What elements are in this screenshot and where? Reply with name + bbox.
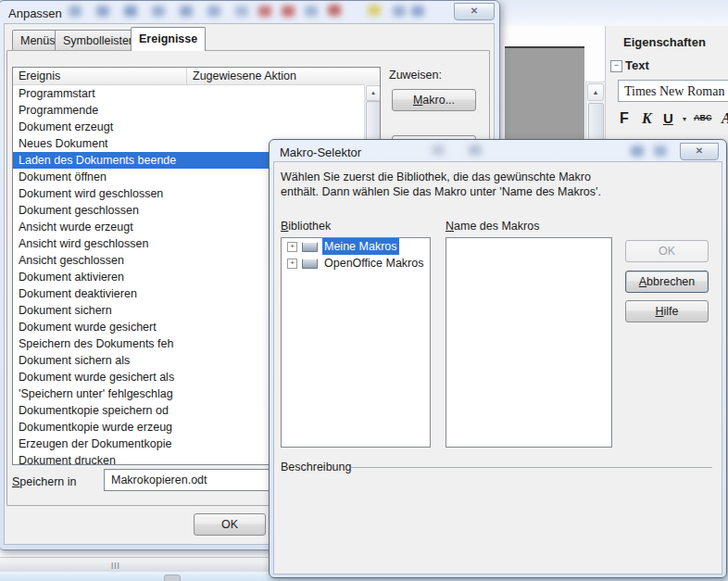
font-color-button[interactable]: A — [722, 110, 728, 127]
blurred-toolbar-icon — [69, 6, 82, 17]
font-name-combobox[interactable]: Times New Roman — [618, 80, 728, 102]
blurred-toolbar-icon — [124, 6, 137, 17]
library-icon — [302, 259, 318, 269]
tree-item-label-selected[interactable]: Meine Makros — [322, 238, 399, 255]
ok-button[interactable]: OK — [194, 513, 266, 536]
scroll-up-icon[interactable]: ▲ — [587, 83, 604, 101]
tree-item-meine-makros[interactable]: + Meine Makros — [282, 238, 430, 255]
column-header-aktion[interactable]: Zugewiesene Aktion — [187, 68, 380, 84]
blurred-toolbar-icon — [96, 6, 109, 17]
close-button[interactable]: ✕ — [454, 3, 495, 20]
expand-icon[interactable]: + — [287, 242, 297, 252]
blurred-toolbar-icon — [328, 5, 341, 16]
expand-icon[interactable]: + — [287, 259, 297, 269]
blurred-toolbar-icon — [180, 6, 193, 17]
sidebar-section-text: Text — [625, 58, 649, 72]
tree-item-openoffice-makros[interactable]: + OpenOffice Makros — [282, 255, 430, 272]
library-tree: + Meine Makros + OpenOffice Makros — [281, 237, 431, 448]
abbrechen-button[interactable]: Abbrechen — [625, 271, 709, 293]
dialog-title: Makro-Selektor — [280, 145, 361, 159]
library-icon — [302, 242, 318, 252]
blurred-toolbar-icon — [282, 6, 295, 17]
status-bar-element — [164, 575, 181, 581]
name-des-makros-label: Name des Makros — [446, 220, 539, 233]
blurred-toolbar-icon — [305, 6, 318, 17]
blurred-toolbar-icon — [152, 6, 165, 17]
collapse-section-icon[interactable]: − — [610, 60, 622, 72]
event-list-item[interactable]: Programmende — [13, 102, 380, 119]
beschreibung-divider — [351, 467, 712, 468]
tab-ereignisse[interactable]: Ereignisse — [131, 27, 206, 51]
event-list-item[interactable]: Dokument erzeugt — [13, 119, 380, 135]
italic-button[interactable]: K — [642, 110, 652, 127]
blurred-background-artifact — [654, 145, 667, 157]
close-button[interactable]: ✕ — [680, 143, 719, 160]
dialog-title: Anpassen — [8, 6, 62, 20]
blurred-background-artifact — [631, 145, 644, 157]
underline-button[interactable]: U — [663, 110, 673, 126]
underline-dropdown-icon[interactable]: ▾ — [683, 115, 686, 123]
hilfe-button[interactable]: Hilfe — [625, 300, 709, 322]
blurred-toolbar-icon — [207, 6, 220, 17]
blurred-background-artifact — [469, 145, 482, 156]
blurred-toolbar-icon — [258, 6, 271, 17]
blurred-toolbar-icon — [411, 6, 424, 17]
bibliothek-label: Bibliothek — [281, 220, 331, 233]
strikethrough-button[interactable]: ABC — [694, 113, 712, 122]
instruction-text: Wählen Sie zuerst die Bibliothek, die da… — [281, 170, 614, 199]
beschreibung-label: Beschreibung — [281, 461, 351, 474]
sidebar-title: Eigenschaften — [623, 35, 706, 49]
ok-button[interactable]: OK — [625, 240, 709, 262]
macro-name-list[interactable] — [446, 237, 612, 448]
bold-button[interactable]: F — [620, 110, 629, 127]
blurred-toolbar-icon — [235, 6, 248, 17]
column-header-ereignis[interactable]: Ereignis — [13, 68, 187, 84]
scrollbar-grip-icon[interactable]: ||| — [111, 562, 126, 569]
blurred-background-artifact — [432, 145, 445, 156]
speichern-in-label: Speichern in — [12, 475, 77, 488]
blurred-toolbar-icon — [393, 6, 406, 17]
event-list-header: Ereignis Zugewiesene Aktion — [13, 68, 380, 85]
blurred-toolbar-icon — [368, 5, 381, 16]
event-list-item[interactable]: Programmstart — [13, 85, 380, 102]
text-format-toolbar: F K U ▾ ABC A — [618, 107, 728, 135]
scroll-up-icon[interactable]: ▲ — [366, 85, 381, 101]
zuweisen-label: Zuweisen: — [389, 69, 442, 82]
tree-item-label[interactable]: OpenOffice Makros — [322, 255, 425, 272]
makro-selektor-dialog: Makro-Selektor ✕ Wählen Sie zuerst die B… — [269, 139, 727, 578]
makro-button[interactable]: Makro... — [392, 89, 476, 111]
